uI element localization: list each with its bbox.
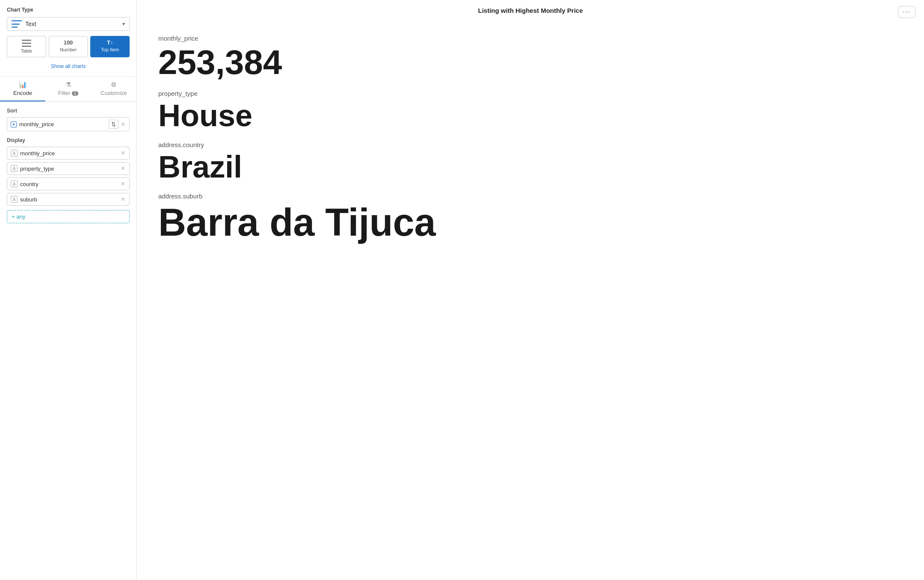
tab-filter-label: Filter1 — [58, 90, 78, 96]
chart-title: Listing with Highest Monthly Price — [478, 7, 583, 14]
chart-content: monthly_price 253,384 property_type Hous… — [137, 18, 924, 257]
chevron-down-icon: ▾ — [122, 21, 125, 27]
sort-title: Sort — [7, 108, 130, 114]
tab-customize[interactable]: ⚙ Customize — [91, 77, 136, 101]
customize-icon: ⚙ — [111, 81, 116, 89]
chart-btn-topitem-label: Top Item — [101, 47, 119, 52]
display-delete-property-type[interactable]: × — [120, 165, 126, 172]
field-label-address-suburb: address.suburb — [158, 192, 903, 200]
chart-type-selected-label: Text — [25, 21, 122, 27]
chart-type-buttons: Table 100 Number T↑ Top Item — [7, 36, 130, 57]
display-field-icon-country: A — [11, 181, 18, 187]
chart-type-section: Chart Type Text ▾ Table 100 Number — [0, 0, 136, 77]
field-label-property-type: property_type — [158, 90, 903, 97]
display-field-icon-property-type: A — [11, 165, 18, 172]
chart-type-dropdown[interactable]: Text ▾ — [7, 17, 130, 31]
field-value-address-country: Brazil — [158, 150, 903, 184]
number-icon: 100 — [64, 40, 73, 45]
add-field-label: + any — [12, 213, 25, 220]
tab-filter[interactable]: ⚗ Filter1 — [45, 77, 91, 101]
display-item-suburb: A suburb × — [7, 193, 130, 206]
display-field-label-property-type: property_type — [20, 166, 120, 172]
chart-btn-topitem[interactable]: T↑ Top Item — [90, 36, 130, 57]
display-delete-monthly-price[interactable]: × — [120, 149, 126, 157]
sort-row: # monthly_price ⇅ × — [7, 117, 130, 131]
field-value-property-type: House — [158, 99, 903, 133]
tab-encode[interactable]: 📊 Encode — [0, 77, 45, 101]
more-options-icon: ··· — [903, 8, 911, 15]
field-value-monthly-price: 253,384 — [158, 44, 903, 81]
show-all-charts-link[interactable]: Show all charts — [7, 62, 130, 71]
sort-direction-button[interactable]: ⇅ — [109, 120, 118, 129]
display-field-label-monthly-price: monthly_price — [20, 150, 120, 157]
tab-encode-label: Encode — [13, 90, 32, 96]
left-panel: Chart Type Text ▾ Table 100 Number — [0, 0, 137, 580]
sort-field-icon: # — [11, 121, 17, 127]
field-label-monthly-price: monthly_price — [158, 35, 903, 42]
chart-btn-table-label: Table — [21, 48, 32, 53]
topitem-icon: T↑ — [107, 40, 113, 45]
display-field-icon-suburb: A — [11, 196, 18, 203]
encode-section: Sort # monthly_price ⇅ × Display A month… — [0, 102, 136, 229]
display-delete-country[interactable]: × — [120, 180, 126, 188]
add-field-button[interactable]: + any — [7, 210, 130, 223]
sort-delete-button[interactable]: × — [120, 121, 126, 128]
more-options-button[interactable]: ··· — [898, 6, 915, 18]
sort-field-label: monthly_price — [19, 121, 109, 127]
chart-type-dropdown-icon — [12, 20, 22, 28]
chart-header: Listing with Highest Monthly Price ··· — [137, 0, 924, 18]
display-delete-suburb[interactable]: × — [120, 195, 126, 203]
display-field-icon-monthly-price: A — [11, 150, 18, 157]
chart-btn-table[interactable]: Table — [7, 36, 46, 57]
field-value-address-suburb: Barra da Tijuca — [158, 201, 903, 244]
chart-btn-number[interactable]: 100 Number — [49, 36, 88, 57]
encode-icon: 📊 — [19, 81, 27, 89]
display-field-label-suburb: suburb — [20, 196, 120, 203]
display-field-label-country: country — [20, 181, 120, 187]
right-panel: Listing with Highest Monthly Price ··· m… — [137, 0, 924, 580]
table-icon — [22, 40, 31, 47]
chart-type-title: Chart Type — [7, 7, 130, 13]
field-label-address-country: address.country — [158, 141, 903, 148]
show-all-charts-label: Show all charts — [51, 63, 86, 69]
tabs-section: 📊 Encode ⚗ Filter1 ⚙ Customize — [0, 77, 136, 102]
chart-btn-number-label: Number — [60, 47, 77, 52]
display-item-property-type: A property_type × — [7, 162, 130, 175]
display-title: Display — [7, 137, 130, 143]
display-items: A monthly_price × A property_type × A co… — [7, 147, 130, 206]
filter-icon: ⚗ — [65, 81, 71, 89]
display-item-monthly-price: A monthly_price × — [7, 147, 130, 160]
tab-customize-label: Customize — [101, 90, 127, 96]
display-item-country: A country × — [7, 178, 130, 190]
filter-badge: 1 — [72, 91, 79, 96]
